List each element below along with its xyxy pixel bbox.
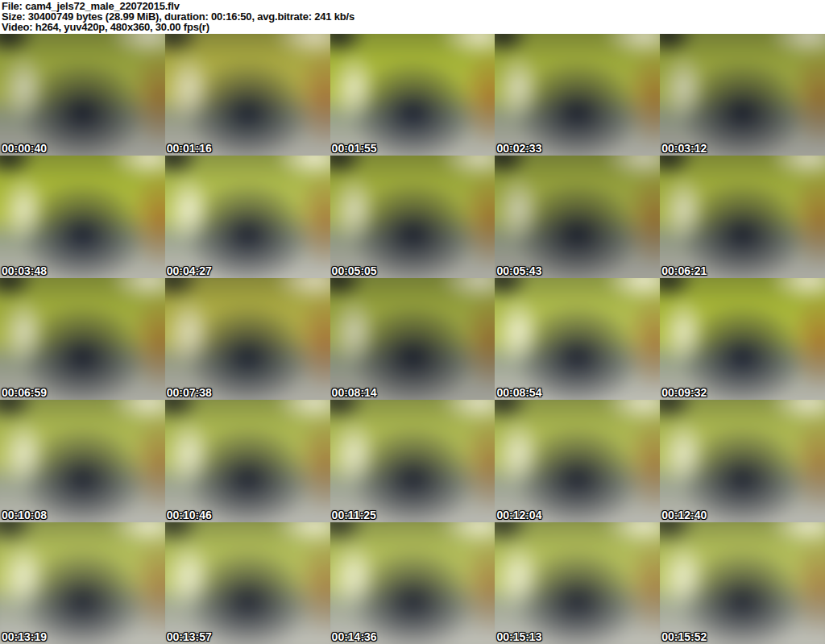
video-thumbnail: 00:00:40 <box>0 34 165 156</box>
video-thumbnail: 00:03:12 <box>660 34 825 156</box>
frame-placeholder <box>330 156 495 277</box>
timestamp-label: 00:13:19 <box>2 630 47 643</box>
timestamp-label: 00:10:46 <box>167 509 212 521</box>
video-thumbnail: 00:06:59 <box>0 278 165 400</box>
video-thumbnail: 00:15:13 <box>495 522 660 644</box>
frame-placeholder <box>0 156 165 277</box>
frame-placeholder <box>495 156 660 277</box>
frame-placeholder <box>165 156 330 277</box>
timestamp-label: 00:09:32 <box>661 386 707 399</box>
video-codec-line: Video: h264, yuv420p, 480x360, 30.00 fps… <box>2 22 825 32</box>
video-thumbnail: 00:05:43 <box>495 156 660 277</box>
video-thumbnail: 00:01:55 <box>330 34 495 156</box>
video-thumbnail: 00:02:33 <box>495 34 660 156</box>
frame-placeholder <box>495 400 660 521</box>
frame-placeholder <box>330 34 495 156</box>
timestamp-label: 00:08:14 <box>332 386 377 399</box>
video-thumbnail: 00:15:52 <box>660 522 825 644</box>
video-thumbnail: 00:01:16 <box>165 34 330 156</box>
frame-placeholder <box>660 278 825 400</box>
frame-placeholder <box>0 522 165 644</box>
timestamp-label: 00:01:16 <box>167 142 212 155</box>
timestamp-label: 00:12:40 <box>661 509 707 521</box>
timestamp-label: 00:03:48 <box>2 264 47 277</box>
timestamp-label: 00:00:40 <box>2 142 47 155</box>
video-thumbnail: 00:10:08 <box>0 400 165 521</box>
frame-placeholder <box>0 278 165 400</box>
frame-placeholder <box>165 400 330 521</box>
frame-placeholder <box>495 34 660 156</box>
video-thumbnail: 00:13:19 <box>0 522 165 644</box>
video-thumbnail: 00:05:05 <box>330 156 495 277</box>
video-thumbnail: 00:04:27 <box>165 156 330 277</box>
video-thumbnail: 00:07:38 <box>165 278 330 400</box>
timestamp-label: 00:14:36 <box>332 630 377 643</box>
frame-placeholder <box>330 278 495 400</box>
timestamp-label: 00:08:54 <box>496 386 541 399</box>
frame-placeholder <box>660 522 825 644</box>
timestamp-label: 00:06:59 <box>2 386 47 399</box>
timestamp-label: 00:12:04 <box>496 509 541 521</box>
timestamp-label: 00:02:33 <box>496 142 541 155</box>
video-thumbnail: 00:08:14 <box>330 278 495 400</box>
frame-placeholder <box>0 400 165 521</box>
timestamp-label: 00:15:52 <box>661 630 707 643</box>
timestamp-label: 00:05:43 <box>496 264 541 277</box>
video-thumbnail: 00:12:40 <box>660 400 825 521</box>
frame-placeholder <box>165 34 330 156</box>
video-thumbnail: 00:08:54 <box>495 278 660 400</box>
timestamp-label: 00:06:21 <box>661 264 707 277</box>
video-thumbnail: 00:12:04 <box>495 400 660 521</box>
video-thumbnail: 00:09:32 <box>660 278 825 400</box>
file-info-header: File: cam4_jels72_male_22072015.flv Size… <box>0 0 825 34</box>
frame-placeholder <box>330 522 495 644</box>
frame-placeholder <box>495 522 660 644</box>
frame-placeholder <box>660 34 825 156</box>
video-thumbnail: 00:13:57 <box>165 522 330 644</box>
frame-placeholder <box>0 34 165 156</box>
timestamp-label: 00:13:57 <box>167 630 212 643</box>
timestamp-label: 00:04:27 <box>167 264 212 277</box>
video-thumbnail: 00:06:21 <box>660 156 825 277</box>
timestamp-label: 00:07:38 <box>167 386 212 399</box>
video-thumbnail: 00:11:25 <box>330 400 495 521</box>
frame-placeholder <box>495 278 660 400</box>
frame-placeholder <box>660 400 825 521</box>
timestamp-label: 00:15:13 <box>496 630 541 643</box>
frame-placeholder <box>330 400 495 521</box>
video-thumbnail: 00:03:48 <box>0 156 165 277</box>
frame-placeholder <box>165 278 330 400</box>
frame-placeholder <box>165 522 330 644</box>
timestamp-label: 00:11:25 <box>332 509 376 521</box>
thumbnail-grid: 00:00:40 00:01:16 00:01:55 00:02:33 00:0… <box>0 34 825 644</box>
frame-placeholder <box>660 156 825 277</box>
video-thumbnail: 00:10:46 <box>165 400 330 521</box>
timestamp-label: 00:05:05 <box>332 264 377 277</box>
timestamp-label: 00:03:12 <box>661 142 707 155</box>
timestamp-label: 00:01:55 <box>332 142 377 155</box>
video-thumbnail: 00:14:36 <box>330 522 495 644</box>
timestamp-label: 00:10:08 <box>2 509 47 521</box>
